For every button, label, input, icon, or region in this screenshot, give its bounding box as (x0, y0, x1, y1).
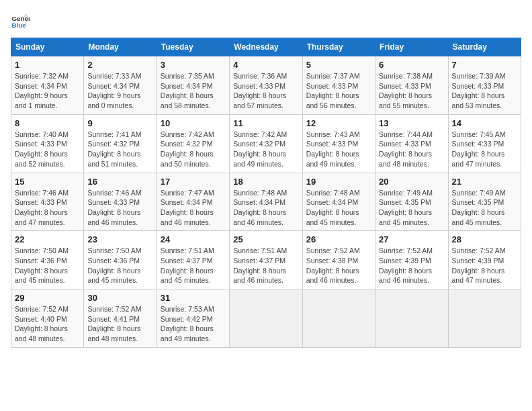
day-number: 1 (15, 60, 80, 70)
day-number: 29 (15, 293, 80, 303)
calendar-cell: 30 Sunrise: 7:52 AM Sunset: 4:41 PM Dayl… (84, 289, 157, 348)
day-number: 27 (379, 234, 444, 244)
calendar-cell: 1 Sunrise: 7:32 AM Sunset: 4:34 PM Dayli… (11, 56, 84, 115)
day-info: Sunrise: 7:46 AM Sunset: 4:33 PM Dayligh… (15, 188, 80, 228)
calendar-cell: 17 Sunrise: 7:47 AM Sunset: 4:34 PM Dayl… (157, 173, 229, 231)
day-info: Sunrise: 7:52 AM Sunset: 4:39 PM Dayligh… (379, 246, 444, 285)
calendar-cell: 24 Sunrise: 7:51 AM Sunset: 4:37 PM Dayl… (157, 231, 229, 289)
calendar-cell: 13 Sunrise: 7:44 AM Sunset: 4:33 PM Dayl… (375, 114, 448, 173)
day-info: Sunrise: 7:37 AM Sunset: 4:33 PM Dayligh… (306, 71, 371, 111)
day-number: 31 (161, 293, 226, 303)
day-info: Sunrise: 7:46 AM Sunset: 4:33 PM Dayligh… (87, 188, 152, 228)
day-info: Sunrise: 7:51 AM Sunset: 4:37 PM Dayligh… (233, 246, 298, 285)
calendar-cell: 5 Sunrise: 7:37 AM Sunset: 4:33 PM Dayli… (302, 56, 375, 115)
day-info: Sunrise: 7:33 AM Sunset: 4:34 PM Dayligh… (87, 71, 152, 111)
calendar-cell: 3 Sunrise: 7:35 AM Sunset: 4:34 PM Dayli… (157, 56, 229, 115)
logo: General Blue (11, 11, 32, 30)
calendar-cell: 25 Sunrise: 7:51 AM Sunset: 4:37 PM Dayl… (230, 231, 302, 289)
calendar-cell: 4 Sunrise: 7:36 AM Sunset: 4:33 PM Dayli… (230, 56, 302, 115)
day-info: Sunrise: 7:39 AM Sunset: 4:33 PM Dayligh… (452, 71, 517, 111)
calendar-cell: 21 Sunrise: 7:49 AM Sunset: 4:35 PM Dayl… (448, 173, 521, 231)
calendar-week-1: 1 Sunrise: 7:32 AM Sunset: 4:34 PM Dayli… (11, 56, 521, 115)
day-number: 15 (15, 177, 80, 187)
day-number: 30 (87, 293, 152, 303)
calendar-cell: 27 Sunrise: 7:52 AM Sunset: 4:39 PM Dayl… (375, 231, 448, 289)
calendar-cell: 26 Sunrise: 7:52 AM Sunset: 4:38 PM Dayl… (302, 231, 375, 289)
calendar-cell: 14 Sunrise: 7:45 AM Sunset: 4:33 PM Dayl… (448, 114, 521, 173)
day-number: 25 (233, 234, 298, 244)
calendar-cell: 28 Sunrise: 7:52 AM Sunset: 4:39 PM Dayl… (448, 231, 521, 289)
day-number: 11 (233, 118, 298, 128)
calendar-cell: 20 Sunrise: 7:49 AM Sunset: 4:35 PM Dayl… (375, 173, 448, 231)
weekday-monday: Monday (84, 38, 157, 56)
day-info: Sunrise: 7:53 AM Sunset: 4:42 PM Dayligh… (161, 304, 226, 344)
calendar-cell: 12 Sunrise: 7:43 AM Sunset: 4:33 PM Dayl… (302, 114, 375, 173)
calendar-week-3: 15 Sunrise: 7:46 AM Sunset: 4:33 PM Dayl… (11, 173, 521, 231)
day-number: 18 (233, 177, 298, 187)
calendar-cell (302, 289, 375, 348)
day-number: 17 (161, 177, 226, 187)
calendar-cell: 8 Sunrise: 7:40 AM Sunset: 4:33 PM Dayli… (11, 114, 84, 173)
day-info: Sunrise: 7:49 AM Sunset: 4:35 PM Dayligh… (379, 188, 444, 228)
calendar-week-4: 22 Sunrise: 7:50 AM Sunset: 4:36 PM Dayl… (11, 231, 521, 289)
day-number: 21 (452, 177, 517, 187)
day-number: 20 (379, 177, 444, 187)
calendar-cell: 15 Sunrise: 7:46 AM Sunset: 4:33 PM Dayl… (11, 173, 84, 231)
day-number: 6 (379, 60, 444, 70)
day-info: Sunrise: 7:50 AM Sunset: 4:36 PM Dayligh… (87, 246, 152, 285)
calendar-cell (230, 289, 302, 348)
day-info: Sunrise: 7:52 AM Sunset: 4:40 PM Dayligh… (15, 304, 80, 344)
day-number: 7 (452, 60, 517, 70)
day-number: 22 (15, 234, 80, 244)
day-info: Sunrise: 7:45 AM Sunset: 4:33 PM Dayligh… (452, 130, 517, 169)
day-info: Sunrise: 7:42 AM Sunset: 4:32 PM Dayligh… (161, 130, 226, 169)
day-number: 19 (306, 177, 371, 187)
calendar-cell: 11 Sunrise: 7:42 AM Sunset: 4:32 PM Dayl… (230, 114, 302, 173)
calendar-cell: 2 Sunrise: 7:33 AM Sunset: 4:34 PM Dayli… (84, 56, 157, 115)
calendar-cell: 9 Sunrise: 7:41 AM Sunset: 4:32 PM Dayli… (84, 114, 157, 173)
day-number: 9 (87, 118, 152, 128)
day-number: 10 (161, 118, 226, 128)
day-info: Sunrise: 7:50 AM Sunset: 4:36 PM Dayligh… (15, 246, 80, 285)
day-info: Sunrise: 7:41 AM Sunset: 4:32 PM Dayligh… (87, 130, 152, 169)
weekday-tuesday: Tuesday (157, 38, 229, 56)
day-info: Sunrise: 7:47 AM Sunset: 4:34 PM Dayligh… (161, 188, 226, 228)
day-info: Sunrise: 7:51 AM Sunset: 4:37 PM Dayligh… (161, 246, 226, 285)
day-number: 13 (379, 118, 444, 128)
day-info: Sunrise: 7:32 AM Sunset: 4:34 PM Dayligh… (15, 71, 80, 111)
day-info: Sunrise: 7:42 AM Sunset: 4:32 PM Dayligh… (233, 130, 298, 169)
day-number: 28 (452, 234, 517, 244)
calendar-table: SundayMondayTuesdayWednesdayThursdayFrid… (11, 38, 521, 348)
day-number: 23 (87, 234, 152, 244)
day-number: 24 (161, 234, 226, 244)
calendar-cell: 18 Sunrise: 7:48 AM Sunset: 4:34 PM Dayl… (230, 173, 302, 231)
day-info: Sunrise: 7:35 AM Sunset: 4:34 PM Dayligh… (161, 71, 226, 111)
weekday-saturday: Saturday (448, 38, 521, 56)
day-info: Sunrise: 7:44 AM Sunset: 4:33 PM Dayligh… (379, 130, 444, 169)
day-info: Sunrise: 7:52 AM Sunset: 4:41 PM Dayligh… (87, 304, 152, 344)
day-number: 2 (87, 60, 152, 70)
day-info: Sunrise: 7:48 AM Sunset: 4:34 PM Dayligh… (306, 188, 371, 228)
day-number: 8 (15, 118, 80, 128)
day-info: Sunrise: 7:40 AM Sunset: 4:33 PM Dayligh… (15, 130, 80, 169)
calendar-cell: 31 Sunrise: 7:53 AM Sunset: 4:42 PM Dayl… (157, 289, 229, 348)
weekday-sunday: Sunday (11, 38, 84, 56)
calendar-cell: 7 Sunrise: 7:39 AM Sunset: 4:33 PM Dayli… (448, 56, 521, 115)
day-number: 12 (306, 118, 371, 128)
calendar-cell (448, 289, 521, 348)
calendar-week-5: 29 Sunrise: 7:52 AM Sunset: 4:40 PM Dayl… (11, 289, 521, 348)
calendar-cell: 29 Sunrise: 7:52 AM Sunset: 4:40 PM Dayl… (11, 289, 84, 348)
calendar-cell: 10 Sunrise: 7:42 AM Sunset: 4:32 PM Dayl… (157, 114, 229, 173)
weekday-thursday: Thursday (302, 38, 375, 56)
calendar-cell (375, 289, 448, 348)
calendar-cell: 6 Sunrise: 7:38 AM Sunset: 4:33 PM Dayli… (375, 56, 448, 115)
calendar-cell: 22 Sunrise: 7:50 AM Sunset: 4:36 PM Dayl… (11, 231, 84, 289)
day-number: 5 (306, 60, 371, 70)
day-info: Sunrise: 7:36 AM Sunset: 4:33 PM Dayligh… (233, 71, 298, 111)
day-info: Sunrise: 7:43 AM Sunset: 4:33 PM Dayligh… (306, 130, 371, 169)
day-info: Sunrise: 7:52 AM Sunset: 4:39 PM Dayligh… (452, 246, 517, 285)
day-info: Sunrise: 7:49 AM Sunset: 4:35 PM Dayligh… (452, 188, 517, 228)
weekday-header-row: SundayMondayTuesdayWednesdayThursdayFrid… (11, 38, 521, 56)
calendar-week-2: 8 Sunrise: 7:40 AM Sunset: 4:33 PM Dayli… (11, 114, 521, 173)
day-number: 4 (233, 60, 298, 70)
